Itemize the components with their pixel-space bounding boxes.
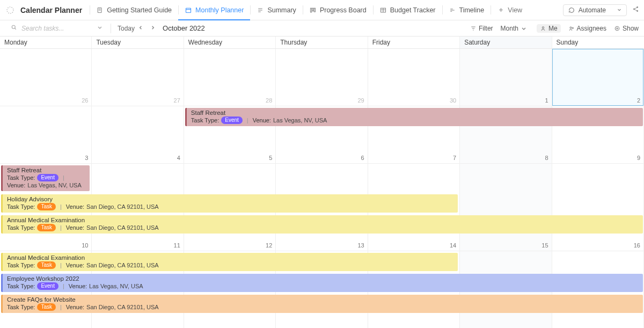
svg-point-15 <box>617 27 618 28</box>
day-cell[interactable]: 29 <box>276 49 368 106</box>
date-number: 8 <box>545 155 548 161</box>
filter-button[interactable]: Filter <box>470 25 493 32</box>
doc-title: Calendar Planner <box>20 6 82 14</box>
tab-monthly-planner[interactable]: Monthly Planner <box>178 0 250 20</box>
show-button[interactable]: Show <box>614 25 639 32</box>
assignees-label: Assignees <box>577 25 606 32</box>
event-annual-medical-cont[interactable]: Annual Medical Examination Task Type: Ta… <box>1 253 458 271</box>
date-number: 16 <box>634 242 640 249</box>
event-venue: Las Vegas, NV, USA <box>273 116 327 124</box>
filter-label: Filter <box>479 25 493 32</box>
tab-label: Timeline <box>459 6 485 14</box>
tab-label: Monthly Planner <box>195 6 244 14</box>
event-title: Annual Medical Examination <box>7 254 455 261</box>
search-icon <box>11 24 20 32</box>
svg-point-14 <box>615 26 619 31</box>
date-number: 26 <box>82 97 88 104</box>
list-icon <box>257 6 264 14</box>
day-cell[interactable]: 26 <box>0 49 92 106</box>
day-cell-today[interactable]: 2 <box>552 49 644 106</box>
tab-progress-board[interactable]: Progress Board <box>303 0 373 20</box>
venue-label: Venue: <box>253 116 271 124</box>
add-view-button[interactable]: View <box>491 0 529 20</box>
tab-summary[interactable]: Summary <box>250 0 302 20</box>
venue-label: Venue: <box>66 224 84 231</box>
event-annual-medical[interactable]: Annual Medical Examination Task Type: Ta… <box>1 215 643 234</box>
date-number: 29 <box>357 97 364 104</box>
day-cell[interactable]: 27 <box>92 49 184 106</box>
event-title: Annual Medical Examination <box>7 216 640 224</box>
day-header: Thursday <box>276 37 368 48</box>
svg-rect-4 <box>312 8 313 11</box>
event-badge: Event <box>221 116 243 124</box>
day-header: Friday <box>368 37 460 48</box>
tab-label: Progress Board <box>320 6 367 14</box>
day-cell[interactable]: 16 <box>552 164 644 251</box>
venue-label: Venue: <box>66 303 84 311</box>
calendar-grid: 26 27 28 29 30 1 2 3 4 5 6 7 8 9 10 11 1… <box>0 49 644 328</box>
me-filter-button[interactable]: Me <box>537 24 561 33</box>
event-venue: Las Vegas, NV, USA <box>27 181 82 189</box>
task-type-label: Task Type: <box>7 303 35 311</box>
calendar-icon <box>185 6 192 14</box>
venue-label: Venue: <box>66 203 84 210</box>
calendar-month-title: October 2022 <box>163 24 205 32</box>
venue-label: Venue: <box>7 181 25 189</box>
date-number: 28 <box>266 97 272 104</box>
date-number: 14 <box>450 242 456 249</box>
event-staff-retreat-cont[interactable]: Staff Retreat Task Type: Event | Venue: … <box>1 165 90 191</box>
day-header: Saturday <box>460 37 552 48</box>
day-cell[interactable]: 3 <box>0 106 92 164</box>
event-holiday-advisory[interactable]: Holiday Advisory Task Type: Task | Venue… <box>1 194 458 213</box>
task-badge: Task <box>37 203 56 210</box>
svg-point-13 <box>572 27 573 28</box>
date-number: 10 <box>82 242 88 249</box>
event-create-faqs[interactable]: Create FAQs for Website Task Type: Task … <box>1 295 643 313</box>
me-label: Me <box>548 25 558 32</box>
day-cell[interactable]: 30 <box>368 49 460 106</box>
next-month-button[interactable] <box>148 25 157 32</box>
task-type-label: Task Type: <box>7 261 35 269</box>
tab-timeline[interactable]: Timeline <box>442 0 491 20</box>
automate-button[interactable]: Automate <box>563 4 627 16</box>
timeline-icon <box>449 6 456 14</box>
date-number: 11 <box>174 242 180 249</box>
task-badge: Task <box>37 261 56 269</box>
plus-icon <box>497 6 504 14</box>
event-venue: San Diego, CA 92101, USA <box>86 224 159 231</box>
chevron-down-icon[interactable] <box>97 24 104 32</box>
date-number: 5 <box>269 155 272 161</box>
event-title: Holiday Advisory <box>7 195 455 203</box>
tab-budget-tracker[interactable]: Budget Tracker <box>373 0 442 20</box>
show-label: Show <box>623 25 639 32</box>
share-icon[interactable] <box>630 5 641 14</box>
task-type-label: Task Type: <box>7 224 35 231</box>
prev-month-button[interactable] <box>136 25 145 32</box>
search-input[interactable] <box>20 24 79 33</box>
period-picker[interactable]: Month <box>501 25 529 32</box>
day-cell[interactable]: 28 <box>184 49 276 106</box>
tab-getting-started[interactable]: Getting Started Guide <box>90 0 178 20</box>
date-number: 1 <box>545 97 548 104</box>
svg-rect-3 <box>310 8 311 12</box>
date-number: 4 <box>177 155 180 161</box>
task-badge: Task <box>37 224 56 231</box>
day-cell[interactable]: 4 <box>92 106 184 164</box>
tab-label: Getting Started Guide <box>107 6 172 14</box>
day-cell[interactable]: 15 <box>460 164 552 251</box>
date-number: 27 <box>174 97 180 104</box>
task-type-label: Task Type: <box>7 203 35 210</box>
event-title: Staff Retreat <box>7 166 86 174</box>
weekday-header: Monday Tuesday Wednesday Thursday Friday… <box>0 37 644 49</box>
event-employee-workshop[interactable]: Employee Workshop 2022 Task Type: Event … <box>1 274 643 292</box>
day-header: Monday <box>0 37 92 48</box>
assignees-button[interactable]: Assignees <box>568 25 606 32</box>
venue-label: Venue: <box>66 261 84 269</box>
event-staff-retreat[interactable]: Staff Retreat Task Type: Event | Venue: … <box>185 108 643 126</box>
event-badge: Event <box>37 174 58 181</box>
event-title: Create FAQs for Website <box>7 296 640 303</box>
today-button[interactable]: Today <box>118 25 135 32</box>
date-number: 7 <box>453 155 456 161</box>
day-cell[interactable]: 1 <box>460 49 552 106</box>
date-number: 13 <box>357 242 364 249</box>
